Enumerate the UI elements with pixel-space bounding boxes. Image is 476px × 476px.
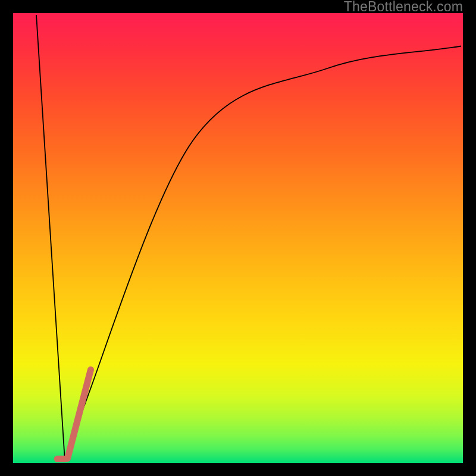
chart-svg <box>0 0 476 476</box>
watermark-text: TheBottleneck.com <box>344 0 463 14</box>
plot-background <box>13 13 463 463</box>
chart-root: TheBottleneck.com <box>0 0 476 476</box>
